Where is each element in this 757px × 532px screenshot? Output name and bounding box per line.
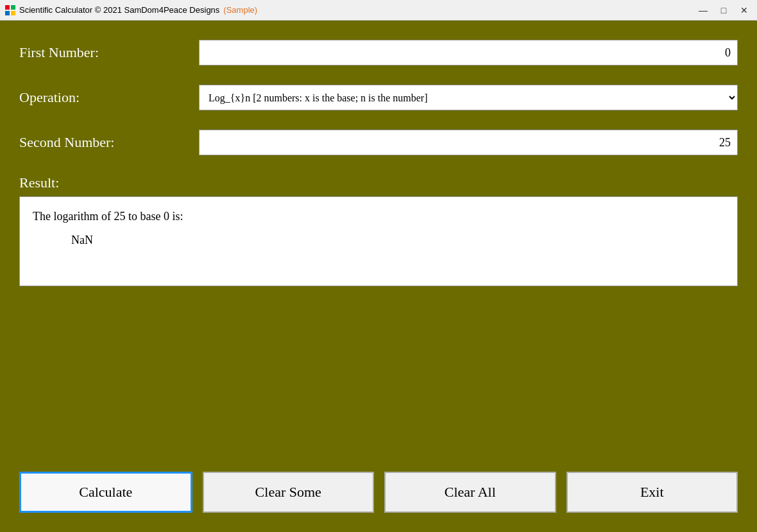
svg-rect-3 (11, 11, 15, 15)
svg-rect-1 (11, 5, 15, 10)
minimize-button[interactable]: — (695, 3, 711, 18)
first-number-input[interactable] (199, 40, 738, 65)
operation-select[interactable]: Log_{x}n [2 numbers: x is the base; n is… (199, 85, 738, 110)
operation-label: Operation: (19, 89, 199, 106)
app-icon (5, 5, 15, 15)
first-number-row: First Number: (19, 40, 738, 65)
second-number-row: Second Number: (19, 130, 738, 155)
exit-button[interactable]: Exit (566, 472, 738, 513)
second-number-label: Second Number: (19, 134, 199, 151)
title-bar-controls: — □ ✕ (695, 3, 752, 18)
close-button[interactable]: ✕ (736, 3, 752, 18)
second-number-input[interactable] (199, 130, 738, 155)
result-label: Result: (19, 175, 738, 191)
result-box: The logarithm of 25 to base 0 is: NaN (19, 196, 738, 286)
result-value: NaN (71, 231, 724, 250)
calculate-button[interactable]: Calculate (19, 472, 192, 513)
operation-row: Operation: Log_{x}n [2 numbers: x is the… (19, 85, 738, 110)
title-bar: Scientific Calculator © 2021 SamDom4Peac… (0, 0, 757, 21)
button-row: Calculate Clear Some Clear All Exit (19, 465, 738, 519)
title-text: Scientific Calculator © 2021 SamDom4Peac… (19, 5, 219, 15)
app-body: First Number: Operation: Log_{x}n [2 num… (0, 21, 757, 532)
result-text: The logarithm of 25 to base 0 is: (33, 207, 724, 226)
title-bar-left: Scientific Calculator © 2021 SamDom4Peac… (5, 5, 257, 15)
svg-rect-2 (5, 11, 10, 15)
svg-rect-0 (5, 5, 10, 10)
maximize-button[interactable]: □ (716, 3, 731, 18)
first-number-label: First Number: (19, 44, 199, 61)
result-section: Result: The logarithm of 25 to base 0 is… (19, 175, 738, 452)
clear-all-button[interactable]: Clear All (384, 472, 556, 513)
clear-some-button[interactable]: Clear Some (203, 472, 375, 513)
title-sample: (Sample) (223, 5, 257, 15)
